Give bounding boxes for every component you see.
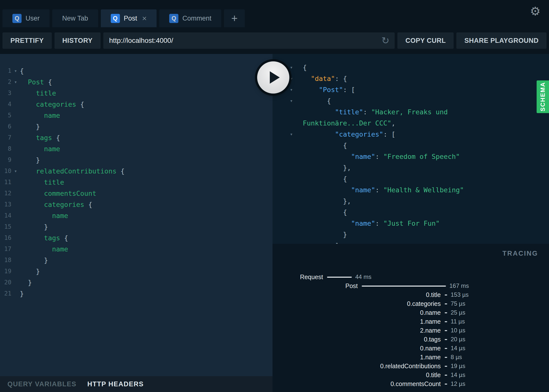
token: Funktionäre...Der CCC" — [303, 119, 391, 127]
code-text: "name": "Freedom of Speech" — [303, 151, 460, 162]
add-tab-button[interactable]: + — [224, 9, 245, 27]
token: "name" — [351, 186, 375, 194]
trace-time: 153 µs — [451, 290, 469, 299]
token: }, — [343, 164, 351, 172]
query-variables-toggle[interactable]: QUERY VARIABLES — [7, 380, 77, 388]
code-text: tags { — [20, 132, 60, 143]
query-icon: Q — [12, 14, 22, 23]
fold-arrow-icon[interactable]: ▾ — [290, 129, 303, 140]
editor-line: 18 } — [0, 255, 273, 266]
trace-time: 14 µs — [451, 344, 465, 353]
history-button[interactable]: HISTORY — [55, 32, 101, 49]
code-text: name — [20, 110, 60, 121]
trace-row: 0.commentsCount12 µs — [273, 379, 549, 388]
trace-row: 0.name14 µs — [273, 344, 549, 353]
fold-arrow-icon[interactable]: ▾ — [290, 84, 303, 95]
token: { — [303, 64, 307, 71]
settings-gear-icon[interactable]: ⚙ — [530, 5, 541, 17]
tab-comment[interactable]: QComment — [159, 9, 221, 27]
trace-label: 1.name — [420, 353, 441, 362]
tab-label: New Tab — [62, 15, 88, 22]
line-number: 12 — [0, 188, 11, 199]
response-line: }, — [290, 162, 549, 173]
token: { — [52, 134, 60, 142]
fold-arrow-icon[interactable]: ▾ — [290, 73, 303, 84]
response-line: ▾ "data": { — [290, 73, 549, 84]
code-text: Funktionäre...Der CCC", — [303, 118, 395, 129]
schema-tab[interactable]: SCHEMA — [537, 80, 549, 113]
line-number: 17 — [0, 244, 11, 255]
token: name — [44, 145, 60, 153]
response-line: "name": "Health & Wellbeing" — [290, 184, 549, 196]
editor-bottom-bar: QUERY VARIABLES HTTP HEADERS — [0, 376, 273, 392]
trace-time: 8 µs — [451, 353, 462, 362]
trace-label: 0.title — [426, 290, 441, 299]
line-number: 10 — [0, 166, 11, 177]
copy-curl-button[interactable]: COPY CURL — [397, 32, 454, 49]
code-text: "title": "Hacker, Freaks und — [303, 106, 448, 118]
token: : [ — [383, 130, 395, 138]
token: "categories" — [335, 130, 383, 138]
fold-gutter — [290, 240, 303, 244]
token: } — [28, 279, 32, 286]
tab-new-tab[interactable]: New Tab — [52, 9, 98, 27]
trace-time: 44 ms — [355, 272, 371, 281]
main-split: 1▾{2▾ Post {3 title4 categories {5 name6… — [0, 54, 549, 392]
token: "name" — [351, 220, 375, 227]
code-text: } — [303, 229, 347, 240]
line-number: 15 — [0, 221, 11, 232]
trace-row: 0.name25 µs — [273, 308, 549, 317]
editor-line: 9 } — [0, 154, 273, 166]
fold-gutter — [11, 232, 20, 244]
fold-arrow-icon[interactable]: ▾ — [290, 95, 303, 106]
token: { — [20, 67, 24, 75]
line-number: 3 — [0, 88, 11, 99]
token: } — [36, 268, 40, 275]
code-text: commentsCount — [20, 188, 96, 199]
tab-user[interactable]: QUser — [2, 9, 50, 27]
token: : — [375, 220, 384, 227]
editor-line: 7 tags { — [0, 132, 273, 143]
editor-line: 12 commentsCount — [0, 188, 273, 199]
prettify-button[interactable]: PRETTIFY — [2, 32, 52, 49]
token: }, — [343, 197, 351, 205]
query-icon: Q — [169, 14, 178, 23]
trace-duration-bar — [445, 357, 447, 358]
tab-post[interactable]: QPost× — [101, 9, 157, 27]
endpoint-url-input[interactable] — [103, 32, 395, 49]
token: "Just For Fun" — [383, 220, 440, 227]
trace-row: 1.name11 µs — [273, 317, 549, 326]
query-editor[interactable]: 1▾{2▾ Post {3 title4 categories {5 name6… — [0, 54, 273, 376]
result-pane: ▾{▾ "data": {▾ "Post": [▾ { "title": "Ha… — [273, 54, 549, 392]
response-line: }, — [290, 196, 549, 207]
reload-icon[interactable]: ↺ — [382, 36, 389, 45]
trace-label: 0.name — [420, 308, 441, 317]
trace-row: 0.categories75 µs — [273, 299, 549, 308]
fold-arrow-icon[interactable]: ▾ — [11, 65, 20, 76]
trace-duration-bar — [445, 321, 447, 322]
fold-arrow-icon[interactable]: ▾ — [11, 166, 20, 177]
code-text: "data": { — [303, 73, 347, 84]
editor-line: 15 } — [0, 221, 273, 232]
trace-time: 11 µs — [451, 317, 465, 326]
execute-button[interactable] — [257, 61, 289, 94]
trace-label: 0.categories — [407, 299, 441, 308]
close-icon[interactable]: × — [142, 14, 147, 22]
trace-row: Post167 ms — [273, 281, 549, 290]
trace-duration-bar — [445, 375, 447, 376]
fold-gutter — [290, 151, 303, 162]
token: title — [44, 178, 64, 186]
trace-duration-bar — [445, 303, 447, 304]
fold-gutter — [290, 229, 303, 240]
fold-gutter — [290, 162, 303, 173]
token: tags — [44, 234, 60, 242]
fold-arrow-icon[interactable]: ▾ — [11, 76, 20, 88]
token: "Freedom of Speech" — [383, 153, 460, 160]
code-text: { — [20, 65, 24, 76]
line-number: 1 — [0, 65, 11, 76]
fold-arrow-icon[interactable]: ▾ — [290, 62, 303, 73]
code-text: name — [20, 210, 68, 221]
tracing-title[interactable]: TRACING — [502, 250, 538, 257]
share-playground-button[interactable]: SHARE PLAYGROUND — [456, 32, 547, 49]
http-headers-toggle[interactable]: HTTP HEADERS — [87, 380, 144, 388]
